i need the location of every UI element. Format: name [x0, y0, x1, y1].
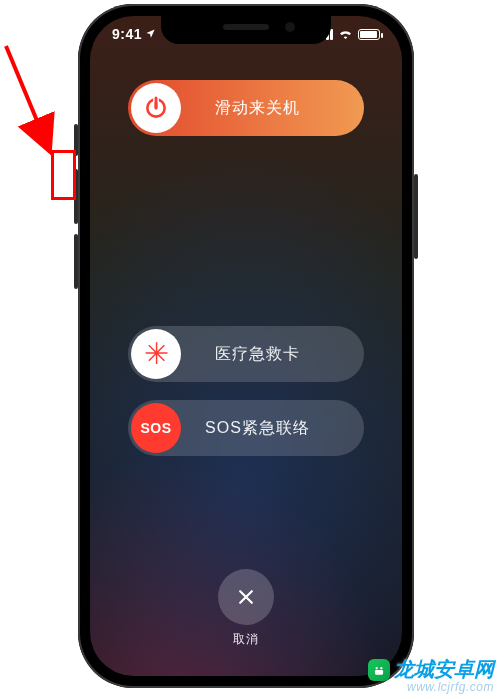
cancel-button[interactable]: [218, 569, 274, 625]
svg-rect-9: [375, 670, 383, 675]
volume-up-button: [74, 169, 78, 224]
svg-point-8: [380, 667, 382, 669]
medical-id-label: 医疗急救卡: [181, 344, 364, 365]
sos-knob[interactable]: SOS: [131, 403, 181, 453]
svg-point-7: [376, 667, 378, 669]
medical-id-slider[interactable]: ✳ 医疗急救卡: [128, 326, 364, 382]
volume-down-button: [74, 234, 78, 289]
close-icon: [236, 587, 256, 607]
watermark-title: 龙城安卓网: [394, 658, 494, 681]
power-off-knob[interactable]: [131, 83, 181, 133]
speaker-grille: [223, 24, 269, 30]
cancel-label: 取消: [90, 631, 402, 648]
watermark-url: www.lcjrfg.com: [368, 681, 494, 695]
wifi-icon: [338, 26, 353, 42]
sos-label: SOS紧急联络: [181, 418, 364, 439]
annotation-arrow: [0, 40, 70, 170]
watermark: 龙城安卓网 www.lcjrfg.com: [368, 658, 494, 695]
notch: [161, 16, 331, 44]
side-button: [414, 174, 418, 259]
location-icon: [145, 26, 156, 42]
screen: 9:41: [90, 16, 402, 676]
sos-icon: SOS: [140, 420, 171, 436]
svg-line-0: [6, 46, 50, 152]
power-off-slider[interactable]: 滑动来关机: [128, 80, 364, 136]
medical-id-knob[interactable]: ✳: [131, 329, 181, 379]
power-icon: [143, 95, 169, 121]
phone-frame: 9:41: [78, 4, 414, 688]
front-camera: [285, 22, 295, 32]
power-off-label: 滑动来关机: [181, 98, 364, 119]
status-time: 9:41: [112, 26, 142, 42]
watermark-logo-icon: [368, 659, 390, 681]
asterisk-icon: ✳: [144, 339, 169, 369]
emergency-sos-slider[interactable]: SOS SOS紧急联络: [128, 400, 364, 456]
annotation-highlight-box: [51, 150, 76, 200]
mute-switch: [74, 124, 78, 156]
battery-icon: [358, 29, 380, 40]
